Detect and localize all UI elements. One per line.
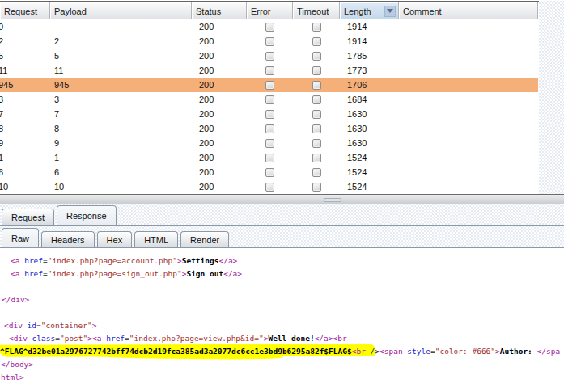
error-checkbox[interactable]: [265, 66, 274, 75]
code-segment: <div: [9, 334, 32, 343]
column-header-error[interactable]: Error: [247, 2, 293, 19]
tab-request[interactable]: Request: [2, 209, 54, 225]
timeout-checkbox[interactable]: [312, 66, 321, 75]
timeout-checkbox[interactable]: [312, 124, 321, 133]
tab-label: HTML: [144, 235, 168, 245]
code-segment: >: [177, 256, 182, 265]
column-header-payload[interactable]: Payload: [50, 2, 192, 19]
error-checkbox[interactable]: [265, 183, 274, 192]
code-segment: =: [430, 347, 435, 356]
timeout-checkbox[interactable]: [312, 110, 321, 119]
cell-request: 11: [0, 63, 50, 78]
tab-raw[interactable]: Raw: [2, 228, 39, 247]
timeout-checkbox[interactable]: [312, 154, 321, 162]
tab-headers[interactable]: Headers: [41, 231, 95, 247]
tab-response[interactable]: Response: [57, 205, 117, 225]
error-checkbox[interactable]: [265, 168, 274, 177]
cell-payload: 9: [50, 136, 192, 150]
tab-label: Raw: [11, 234, 29, 243]
error-checkbox[interactable]: [265, 154, 274, 162]
cell-payload: 10: [50, 179, 192, 194]
timeout-checkbox[interactable]: [312, 23, 321, 32]
cell-payload: 2: [50, 34, 192, 48]
code-segment: />: [366, 347, 380, 356]
cell-status: 200: [192, 63, 247, 78]
cell-error: [247, 150, 293, 165]
tab-label: Response: [66, 211, 107, 221]
timeout-checkbox[interactable]: [312, 52, 321, 61]
table-row[interactable]: 9 9 200 1630: [0, 136, 538, 150]
error-checkbox[interactable]: [265, 110, 274, 119]
cell-status: 200: [192, 121, 247, 136]
table-row[interactable]: 1 1 200 1524: [0, 150, 538, 165]
timeout-checkbox[interactable]: [312, 183, 321, 192]
timeout-checkbox[interactable]: [312, 139, 321, 148]
tab-render[interactable]: Render: [180, 231, 229, 247]
error-checkbox[interactable]: [265, 81, 274, 90]
column-header-comment[interactable]: Comment: [399, 2, 538, 19]
code-segment: =: [43, 269, 48, 278]
table-row[interactable]: 7 7 200 1630: [0, 107, 538, 121]
cell-payload: 6: [50, 165, 192, 179]
column-header-request[interactable]: Request: [0, 2, 50, 19]
code-line: </div>: [0, 293, 564, 306]
code-segment: html>: [1, 373, 24, 381]
table-row[interactable]: 5 5 200 1785: [0, 48, 538, 63]
cell-timeout: [293, 150, 340, 165]
table-row[interactable]: 6 6 200 1524: [0, 165, 538, 179]
burp-intruder-results-window: Request Payload Status Error Timeout Len…: [0, 0, 564, 392]
table-row[interactable]: 11 11 200 1773: [0, 63, 538, 78]
cell-comment: [399, 19, 538, 34]
cell-request: 7: [0, 107, 50, 121]
error-checkbox[interactable]: [265, 124, 274, 133]
column-header-timeout[interactable]: Timeout: [293, 2, 340, 19]
cell-request: 10: [0, 179, 50, 194]
cell-timeout: [293, 136, 340, 150]
column-header-label: Payload: [54, 6, 87, 16]
table-row[interactable]: 3 3 200 1684: [0, 92, 538, 107]
error-checkbox[interactable]: [265, 37, 274, 46]
cell-error: [247, 92, 293, 107]
cell-payload: 3: [50, 92, 192, 107]
tab-html[interactable]: HTML: [134, 231, 178, 247]
code-segment: </a>: [223, 269, 242, 278]
code-segment: class: [32, 334, 56, 343]
column-header-status[interactable]: Status: [192, 2, 247, 19]
timeout-checkbox[interactable]: [312, 81, 321, 90]
cell-error: [247, 179, 293, 194]
cell-error: [247, 48, 293, 63]
splitter-handle[interactable]: [0, 194, 564, 204]
table-row[interactable]: 0 200 1914: [0, 19, 538, 34]
code-segment: Settings: [182, 256, 219, 265]
table-row[interactable]: 945 945 200 1706: [0, 78, 538, 92]
sort-desc-icon[interactable]: [384, 6, 396, 17]
column-header-label: Request: [4, 6, 37, 16]
sort-arrow-glyph: [387, 9, 393, 13]
code-segment: id: [28, 321, 36, 330]
timeout-checkbox[interactable]: [312, 95, 321, 104]
cell-timeout: [293, 63, 340, 78]
timeout-checkbox[interactable]: [312, 168, 321, 177]
error-checkbox[interactable]: [265, 95, 274, 104]
timeout-checkbox[interactable]: [312, 37, 321, 46]
table-row[interactable]: 10 10 200 1524: [0, 179, 538, 194]
tab-label: Headers: [51, 235, 85, 245]
cell-comment: [399, 48, 538, 63]
error-checkbox[interactable]: [265, 52, 274, 61]
cell-status: 200: [192, 34, 247, 48]
column-header-label: Length: [344, 6, 371, 16]
cell-status: 200: [192, 136, 247, 150]
table-row[interactable]: 8 8 200 1630: [0, 121, 538, 136]
vertical-scrollbar-track[interactable]: [539, 1, 564, 194]
table-header-row: Request Payload Status Error Timeout Len…: [0, 2, 538, 20]
table-row[interactable]: 2 2 200 1914: [0, 34, 538, 48]
code-segment: </body>: [1, 360, 33, 369]
cell-timeout: [293, 48, 340, 63]
cell-request: 945: [0, 78, 50, 92]
error-checkbox[interactable]: [265, 139, 274, 148]
column-header-length[interactable]: Length: [340, 2, 399, 19]
code-segment: <span: [380, 347, 407, 356]
code-segment: <a: [11, 269, 24, 278]
tab-hex[interactable]: Hex: [97, 231, 133, 247]
error-checkbox[interactable]: [265, 23, 274, 32]
